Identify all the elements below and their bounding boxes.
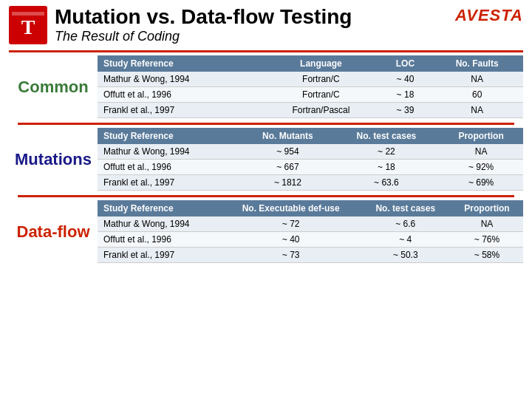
mutations-th-1: No. Mutants [242,128,334,144]
cell-2-1: ~ 1812 [242,175,334,191]
cell-0-0: Mathur & Wong, 1994 [98,216,222,232]
cell-1-3: 60 [431,87,523,103]
cell-0-3: NA [451,216,523,232]
header-divider [9,50,523,52]
table-row: Frankl et al., 1997~ 1812~ 63.6~ 69% [98,175,523,191]
mutations-section: Mutations Study Reference No. Mutants No… [9,128,523,191]
common-th-2: LOC [380,55,432,72]
cell-2-3: ~ 58% [451,248,523,263]
svg-rect-2 [12,12,44,16]
texas-tech-logo: T [9,6,47,44]
main-content: Common Study Reference Language LOC No. … [0,55,532,263]
table-row: Offutt et al., 1996~ 40~ 4~ 76% [98,232,523,248]
cell-1-2: ~ 4 [360,232,451,248]
cell-1-3: ~ 92% [439,160,523,175]
common-section: Common Study Reference Language LOC No. … [9,55,523,118]
dataflow-th-2: No. test cases [360,200,451,216]
cell-2-0: Frankl et al., 1997 [98,103,262,118]
table-row: Mathur & Wong, 1994~ 72~ 6.6NA [98,216,523,232]
cell-2-2: ~ 39 [380,103,432,118]
common-label: Common [9,55,98,118]
cell-1-0: Offutt et al., 1996 [98,160,242,175]
avesta-logo: AVESTA [455,6,523,25]
page-title: Mutation vs. Data-flow Testing [55,6,523,29]
table-row: Offutt et al., 1996Fortran/C~ 1860 [98,87,523,103]
table-row: Mathur & Wong, 1994Fortran/C~ 40NA [98,72,523,87]
mutations-header-row: Study Reference No. Mutants No. test cas… [98,128,523,144]
dataflow-table: Study Reference No. Executable def-use N… [98,200,523,263]
cell-0-1: ~ 72 [222,216,361,232]
cell-1-2: ~ 18 [334,160,439,175]
dataflow-section: Data-flow Study Reference No. Executable… [9,200,523,263]
svg-text:T: T [21,16,35,38]
cell-2-2: ~ 50.3 [360,248,451,263]
mutations-th-2: No. test cases [334,128,439,144]
header-text: Mutation vs. Data-flow Testing The Resul… [55,6,523,44]
common-th-3: No. Faults [431,55,523,72]
mutations-th-0: Study Reference [98,128,242,144]
cell-1-2: ~ 18 [380,87,432,103]
cell-2-1: ~ 73 [222,248,361,263]
cell-2-1: Fortran/Pascal [262,103,379,118]
cell-0-2: ~ 22 [334,144,439,160]
table-row: Frankl et al., 1997Fortran/Pascal~ 39NA [98,103,523,118]
cell-1-0: Offutt et al., 1996 [98,232,222,248]
table-row: Mathur & Wong, 1994~ 954~ 22NA [98,144,523,160]
mutations-label: Mutations [9,128,98,191]
common-th-1: Language [262,55,379,72]
cell-0-3: NA [431,72,523,87]
cell-1-0: Offutt et al., 1996 [98,87,262,103]
dataflow-header-row: Study Reference No. Executable def-use N… [98,200,523,216]
mutations-table-container: Study Reference No. Mutants No. test cas… [98,128,523,191]
avesta-text: AVESTA [455,6,523,25]
cell-1-1: ~ 40 [222,232,361,248]
mutations-divider [18,195,514,197]
cell-0-3: NA [439,144,523,160]
cell-1-3: ~ 76% [451,232,523,248]
common-table: Study Reference Language LOC No. Faults … [98,55,523,118]
cell-0-1: Fortran/C [262,72,379,87]
cell-1-1: Fortran/C [262,87,379,103]
cell-0-1: ~ 954 [242,144,334,160]
table-row: Offutt et al., 1996~ 667~ 18~ 92% [98,160,523,175]
cell-1-1: ~ 667 [242,160,334,175]
table-row: Frankl et al., 1997~ 73~ 50.3~ 58% [98,248,523,263]
common-divider [18,123,514,125]
mutations-th-3: Proportion [439,128,523,144]
cell-0-2: ~ 6.6 [360,216,451,232]
cell-2-0: Frankl et al., 1997 [98,248,222,263]
dataflow-th-3: Proportion [451,200,523,216]
dataflow-label: Data-flow [9,200,98,263]
cell-2-0: Frankl et al., 1997 [98,175,242,191]
dataflow-table-container: Study Reference No. Executable def-use N… [98,200,523,263]
cell-0-0: Mathur & Wong, 1994 [98,144,242,160]
common-th-0: Study Reference [98,55,262,72]
cell-0-2: ~ 40 [380,72,432,87]
dataflow-th-1: No. Executable def-use [222,200,361,216]
common-header-row: Study Reference Language LOC No. Faults [98,55,523,72]
page-subtitle: The Result of Coding [55,29,523,44]
cell-0-0: Mathur & Wong, 1994 [98,72,262,87]
common-table-container: Study Reference Language LOC No. Faults … [98,55,523,118]
cell-2-3: ~ 69% [439,175,523,191]
cell-2-3: NA [431,103,523,118]
header: T Mutation vs. Data-flow Testing The Res… [0,0,532,47]
mutations-table: Study Reference No. Mutants No. test cas… [98,128,523,191]
cell-2-2: ~ 63.6 [334,175,439,191]
dataflow-th-0: Study Reference [98,200,222,216]
